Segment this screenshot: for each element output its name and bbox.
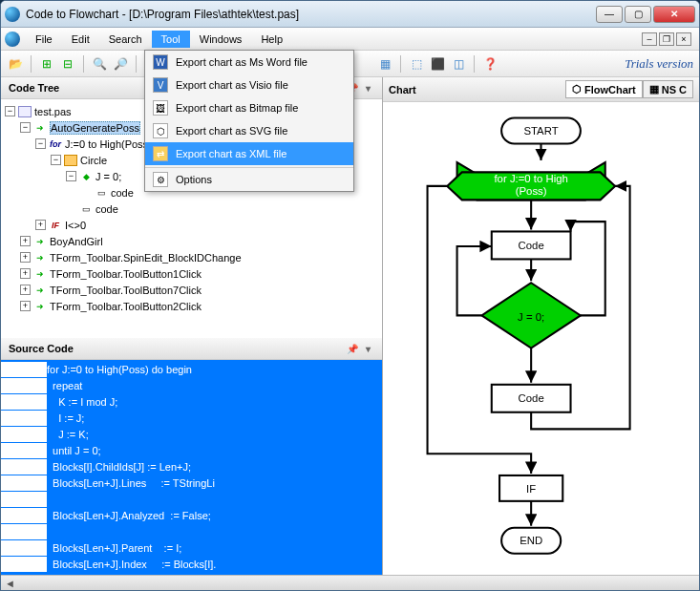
- proc-icon: ➜: [33, 252, 47, 264]
- export-xml-item[interactable]: ⇄Export chart as XML file: [145, 142, 353, 165]
- expand-icon[interactable]: +: [20, 236, 31, 246]
- svg-text:Code: Code: [519, 240, 544, 251]
- file-icon: [18, 106, 32, 117]
- app-menu-icon: [5, 32, 20, 47]
- source-code-header: Source Code 📌▾: [1, 338, 382, 360]
- layout3-button[interactable]: ◫: [450, 55, 467, 73]
- menu-search[interactable]: Search: [99, 31, 152, 48]
- zoom-in-button[interactable]: 🔍: [91, 55, 108, 73]
- ns-tab[interactable]: ▦NS C: [643, 80, 693, 98]
- proc-icon: ➜: [33, 301, 47, 312]
- menu-help[interactable]: Help: [251, 31, 292, 48]
- app-window: Code to Flowchart - [D:\Program Files\at…: [0, 0, 700, 591]
- word-icon: W: [153, 54, 168, 70]
- mdi-restore-button[interactable]: ❐: [659, 32, 674, 46]
- mdi-close-button[interactable]: ×: [676, 32, 691, 46]
- flowchart-icon: ⬡: [572, 83, 582, 95]
- zoom-out-button[interactable]: 🔎: [112, 55, 129, 73]
- tree-row: +➜TForm_Toolbar.SpinEdit_BlockIDChange: [5, 249, 378, 265]
- expand-icon[interactable]: +: [35, 220, 46, 230]
- menu-edit[interactable]: Edit: [62, 31, 99, 48]
- dropdown-icon[interactable]: ▾: [361, 81, 374, 95]
- grid-button[interactable]: ▦: [376, 55, 393, 73]
- menu-tool[interactable]: Tool: [152, 31, 190, 48]
- cond-icon: ◆: [79, 171, 93, 182]
- statusbar: ◄: [1, 575, 699, 590]
- titlebar[interactable]: Code to Flowchart - [D:\Program Files\at…: [1, 1, 699, 28]
- gear-icon: ⚙: [153, 172, 168, 187]
- mdi-minimize-button[interactable]: –: [642, 32, 657, 46]
- menu-file[interactable]: File: [26, 31, 62, 48]
- ns-icon: ▦: [649, 83, 659, 95]
- svg-text:END: END: [520, 535, 542, 546]
- open-button[interactable]: 📂: [7, 55, 24, 73]
- tool-dropdown: WExport chart as Ms Word file VExport ch…: [144, 50, 354, 192]
- pin-icon[interactable]: 📌: [346, 342, 359, 355]
- dropdown-icon[interactable]: ▾: [361, 342, 374, 355]
- proc-icon: ➜: [33, 236, 47, 247]
- proc-icon: ➜: [33, 268, 47, 280]
- svg-text:for J:=0 to High: for J:=0 to High: [494, 173, 567, 184]
- svg-text:IF: IF: [526, 483, 536, 495]
- collapse-icon[interactable]: −: [35, 138, 46, 149]
- tree-row: ▭code: [5, 201, 378, 217]
- svg-text:START: START: [523, 125, 558, 137]
- tree-row: +➜TForm_Toolbar.ToolButton2Click: [5, 298, 378, 314]
- flowchart-svg: START for J:=0 to High (Poss) Code J = 0…: [383, 102, 699, 575]
- expand-icon[interactable]: +: [20, 301, 31, 311]
- export-svg-item[interactable]: ⬡Export chart as SVG file: [145, 119, 353, 142]
- collapse-icon[interactable]: −: [20, 122, 31, 133]
- for-icon: for: [49, 138, 62, 150]
- menu-windows[interactable]: Windows: [190, 31, 252, 48]
- flowchart-tab[interactable]: ⬡FlowChart: [565, 80, 643, 98]
- collapse-icon[interactable]: −: [66, 171, 76, 181]
- layout1-button[interactable]: ⬚: [408, 55, 425, 73]
- tree-row: +➜TForm_Toolbar.ToolButton1Click: [5, 265, 378, 282]
- export-bitmap-item[interactable]: 🖼Export chart as Bitmap file: [145, 96, 353, 119]
- help-button[interactable]: ❓: [481, 55, 498, 73]
- export-word-item[interactable]: WExport chart as Ms Word file: [145, 51, 353, 74]
- visio-icon: V: [153, 77, 168, 93]
- expand-button[interactable]: ⊞: [38, 55, 55, 73]
- source-code[interactable]: for J:=0 to High(Poss) do begin repeat K…: [1, 360, 382, 575]
- tree-row: +IFI<>0: [5, 217, 378, 233]
- close-button[interactable]: ✕: [653, 6, 695, 23]
- collapse-icon[interactable]: −: [51, 155, 61, 165]
- tree-row: +➜BoyAndGirl: [5, 233, 378, 249]
- collapse-icon[interactable]: −: [5, 106, 15, 116]
- proc-icon: ➜: [33, 285, 47, 296]
- chart-header: Chart ⬡FlowChart ▦NS C: [383, 77, 699, 102]
- xml-icon: ⇄: [153, 146, 168, 161]
- menubar: File Edit Search Tool Windows Help – ❐ ×…: [1, 28, 699, 51]
- proc-icon: ➜: [33, 122, 47, 134]
- svg-text:J = 0;: J = 0;: [518, 311, 544, 323]
- layout2-button[interactable]: ⬛: [429, 55, 446, 73]
- expand-icon[interactable]: +: [20, 268, 31, 279]
- bitmap-icon: 🖼: [153, 100, 168, 116]
- app-icon: [5, 7, 20, 22]
- collapse-button[interactable]: ⊟: [59, 55, 76, 73]
- tree-row: +➜TForm_Toolbar.ToolButton7Click: [5, 282, 378, 298]
- code-icon: ▭: [79, 203, 93, 215]
- svg-text:Code: Code: [519, 392, 544, 404]
- minimize-button[interactable]: —: [596, 6, 623, 23]
- trials-label: Trials version: [625, 56, 693, 72]
- folder-icon: [64, 155, 77, 166]
- options-item[interactable]: ⚙Options: [145, 167, 353, 191]
- expand-icon[interactable]: +: [20, 252, 31, 263]
- maximize-button[interactable]: ▢: [625, 6, 651, 23]
- flowchart-canvas[interactable]: START for J:=0 to High (Poss) Code J = 0…: [383, 102, 699, 575]
- window-title: Code to Flowchart - [D:\Program Files\at…: [26, 8, 594, 21]
- scroll-left-icon[interactable]: ◄: [5, 578, 18, 589]
- expand-icon[interactable]: +: [20, 285, 31, 295]
- code-icon: ▭: [95, 187, 108, 199]
- svg-text:(Poss): (Poss): [516, 185, 547, 197]
- svg-icon: ⬡: [153, 123, 168, 138]
- if-icon: IF: [49, 220, 62, 231]
- export-visio-item[interactable]: VExport chart as Visio file: [145, 74, 353, 96]
